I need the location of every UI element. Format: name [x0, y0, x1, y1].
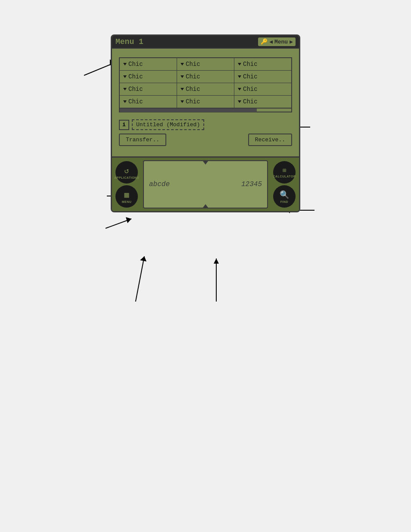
dropdown-arrow-icon — [123, 75, 127, 78]
svg-line-10 — [132, 256, 144, 302]
grid-row-1: Chic Chic Chic — [120, 58, 291, 71]
hardware-area: ↺ APPLICATIONS ▦ MENU abcde 12345 ⊞ — [112, 156, 299, 211]
info-icon: i — [119, 120, 129, 130]
dropdown-arrow-icon — [238, 88, 241, 90]
applications-icon: ↺ — [125, 166, 129, 175]
grid-cell-4-2[interactable]: Chic — [177, 96, 234, 108]
grid-cell-3-3[interactable]: Chic — [234, 83, 291, 95]
dropdown-arrow-icon — [238, 75, 241, 78]
grid-scrollbar[interactable] — [120, 108, 291, 112]
dropdown-arrow-icon — [181, 75, 184, 78]
grid-cell-3-2[interactable]: Chic — [177, 83, 234, 95]
svg-marker-11 — [140, 256, 146, 261]
grid-cell-label: Chic — [186, 86, 200, 93]
grid-cell-label: Chic — [243, 86, 258, 93]
grid-cell-label: Chic — [243, 73, 258, 80]
find-button[interactable]: 🔍 FIND — [273, 185, 296, 208]
graffiti-top-divider — [203, 161, 208, 165]
dropdown-arrow-icon — [123, 88, 127, 90]
grid-cell-1-2[interactable]: Chic — [177, 58, 234, 70]
left-arrow-nav[interactable]: ◀ — [269, 38, 273, 45]
grid-cell-4-3[interactable]: Chic — [234, 96, 291, 108]
grid-cell-2-3[interactable]: Chic — [234, 71, 291, 83]
grid-cell-label: Chic — [128, 86, 143, 93]
svg-line-8 — [106, 219, 131, 228]
grid-cell-label: Chic — [128, 98, 143, 105]
page-container: Menu 1 🔑 ◀ Menu ▶ Chic — [0, 0, 411, 532]
pda-device: Menu 1 🔑 ◀ Menu ▶ Chic — [111, 34, 300, 212]
grid-cell-label: Chic — [186, 98, 200, 105]
action-buttons: Transfer.. Receive.. — [119, 134, 292, 146]
calculator-button[interactable]: ⊞ CALCULATOR — [273, 161, 296, 184]
chic-grid: Chic Chic Chic Chic — [119, 57, 292, 112]
menu-title: Menu 1 — [115, 37, 143, 46]
dropdown-arrow-icon — [238, 100, 241, 103]
applications-button[interactable]: ↺ APPLICATIONS — [115, 161, 138, 184]
find-label: FIND — [280, 200, 288, 203]
find-icon: 🔍 — [280, 190, 289, 199]
right-arrow-nav[interactable]: ▶ — [290, 38, 293, 45]
grid-row-3: Chic Chic Chic — [120, 83, 291, 96]
grid-cell-2-1[interactable]: Chic — [120, 71, 177, 83]
svg-marker-13 — [214, 258, 219, 264]
receive-button[interactable]: Receive.. — [248, 134, 292, 146]
calculator-icon: ⊞ — [283, 167, 286, 174]
title-bar: Menu 1 🔑 ◀ Menu ▶ — [112, 36, 299, 49]
grid-cell-label: Chic — [186, 61, 200, 68]
main-content: Chic Chic Chic Chic — [112, 49, 299, 156]
grid-cell-4-1[interactable]: Chic — [120, 96, 177, 108]
grid-scrollbar-thumb — [120, 109, 257, 112]
graffiti-bottom-divider — [203, 204, 208, 208]
title-bar-left: Menu 1 — [115, 37, 143, 46]
info-row: i Untitled (Modified) — [119, 119, 292, 130]
dropdown-arrow-icon — [181, 63, 184, 65]
left-hw-buttons: ↺ APPLICATIONS ▦ MENU — [112, 158, 141, 211]
menu-label: MENU — [122, 200, 132, 203]
title-bar-right[interactable]: 🔑 ◀ Menu ▶ — [258, 37, 296, 46]
menu-button[interactable]: ▦ MENU — [115, 185, 138, 208]
dropdown-arrow-icon — [123, 100, 127, 103]
calculator-label: CALCULATOR — [273, 175, 296, 178]
grid-cell-label: Chic — [128, 73, 143, 80]
grid-cell-3-1[interactable]: Chic — [120, 83, 177, 95]
dropdown-arrow-icon — [238, 63, 241, 65]
dropdown-arrow-icon — [181, 88, 184, 90]
graffiti-area[interactable]: abcde 12345 — [143, 160, 268, 208]
document-label: Untitled (Modified) — [132, 119, 204, 130]
info-icon-label: i — [122, 121, 126, 128]
dropdown-arrow-icon — [181, 100, 184, 103]
right-hw-buttons: ⊞ CALCULATOR 🔍 FIND — [270, 158, 299, 211]
menu-nav-label: Menu — [274, 39, 288, 45]
grid-cell-label: Chic — [243, 98, 258, 105]
grid-cell-1-3[interactable]: Chic — [234, 58, 291, 70]
graffiti-alpha-text: abcde — [149, 180, 170, 188]
key-icon: 🔑 — [261, 38, 268, 45]
graffiti-numeric-text: 12345 — [241, 180, 262, 188]
svg-marker-9 — [126, 217, 131, 223]
grid-row-2: Chic Chic Chic — [120, 71, 291, 83]
grid-cell-label: Chic — [243, 61, 258, 68]
dropdown-arrow-icon — [123, 63, 127, 65]
applications-label: APPLICATIONS — [114, 176, 139, 179]
grid-cell-2-2[interactable]: Chic — [177, 71, 234, 83]
grid-cell-label: Chic — [186, 73, 200, 80]
menu-icon: ▦ — [125, 190, 129, 199]
transfer-button[interactable]: Transfer.. — [119, 134, 166, 146]
grid-cell-label: Chic — [128, 61, 143, 68]
grid-row-4: Chic Chic Chic — [120, 96, 291, 108]
grid-cell-1-1[interactable]: Chic — [120, 58, 177, 70]
